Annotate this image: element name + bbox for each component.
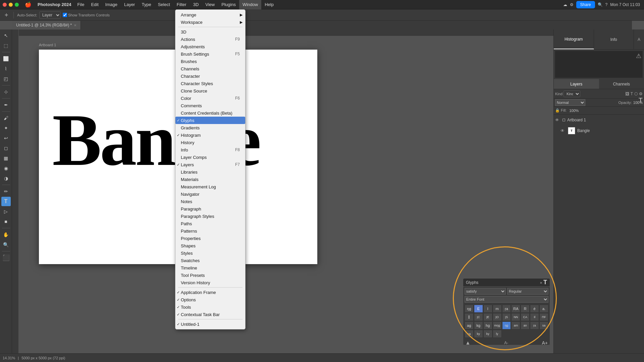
glyph-cell-28[interactable]: ky bbox=[474, 330, 483, 338]
menu-info[interactable]: Info F8 bbox=[175, 146, 245, 154]
show-transform-checkbox[interactable] bbox=[63, 13, 67, 17]
menu-brushes[interactable]: Brushes bbox=[175, 58, 245, 65]
menu-select[interactable]: Select bbox=[155, 0, 173, 9]
glyphs-show-select[interactable]: Entire Font bbox=[465, 296, 548, 303]
menu-properties[interactable]: Properties bbox=[175, 235, 245, 242]
tab-close-icon[interactable]: ✕ bbox=[74, 23, 76, 27]
glyph-cell-29[interactable]: ky bbox=[483, 330, 492, 338]
filter-icon[interactable]: 🖼 bbox=[625, 92, 629, 96]
glyphs-expand-icon[interactable]: » bbox=[540, 281, 542, 285]
shape-filter-icon[interactable]: ⬡ bbox=[634, 92, 638, 96]
menu-plugins[interactable]: Plugins bbox=[218, 0, 239, 9]
menu-clone-source[interactable]: Clone Source bbox=[175, 87, 245, 95]
histogram-tab[interactable]: Histogram bbox=[554, 29, 594, 49]
glyph-cell-20[interactable]: hg bbox=[483, 321, 492, 329]
crop-tool[interactable]: ⊹ bbox=[1, 87, 11, 97]
menu-image[interactable]: Image bbox=[102, 0, 121, 9]
hand-tool[interactable]: ✋ bbox=[1, 230, 11, 239]
menu-actions[interactable]: Actions F9 bbox=[175, 36, 245, 43]
eye-icon-artboard[interactable]: 👁 bbox=[555, 118, 560, 122]
glyph-cell-0[interactable]: ŋg bbox=[465, 305, 474, 313]
glyphs-font-select[interactable]: satisfy bbox=[465, 288, 506, 295]
type-filter-icon[interactable]: T bbox=[631, 92, 633, 96]
menu-filter[interactable]: Filter bbox=[173, 0, 190, 9]
eyedropper-tool[interactable]: ✒ bbox=[1, 100, 11, 110]
menu-file[interactable]: File bbox=[74, 0, 88, 9]
menu-shapes[interactable]: Shapes bbox=[175, 242, 245, 249]
kind-dropdown[interactable]: Kind bbox=[564, 90, 580, 97]
menu-measurement-log[interactable]: Measurement Log bbox=[175, 183, 245, 190]
menu-timeline[interactable]: Timeline bbox=[175, 264, 245, 272]
pen-tool[interactable]: ✏ bbox=[1, 187, 11, 196]
artboard-tool[interactable]: ⬚ bbox=[1, 41, 11, 50]
glyph-cell-9[interactable]: ǁ bbox=[465, 313, 474, 321]
brush-tool[interactable]: 🖌 bbox=[1, 113, 11, 123]
menu-color[interactable]: Color F6 bbox=[175, 95, 245, 102]
glyph-cell-14[interactable]: NN bbox=[511, 313, 520, 321]
menu-history[interactable]: History bbox=[175, 139, 245, 146]
move-tool[interactable]: ↖ bbox=[1, 31, 11, 40]
menu-layer-comps[interactable]: Layer Comps bbox=[175, 154, 245, 161]
menu-notes[interactable]: Notes bbox=[175, 198, 245, 205]
menu-brush-settings[interactable]: Brush Settings F5 bbox=[175, 50, 245, 58]
menu-help[interactable]: Help bbox=[261, 0, 277, 9]
help-icon[interactable]: ? bbox=[605, 2, 608, 7]
auto-select-dropdown[interactable]: Layer Group bbox=[39, 11, 61, 19]
document-tab[interactable]: Untitled-1 @ 14,3% (RGB/8#) * ✕ bbox=[12, 21, 81, 29]
gradient-tool[interactable]: ▦ bbox=[1, 154, 11, 163]
glyphs-zoom-out[interactable]: A- bbox=[504, 341, 508, 345]
dodge-tool[interactable]: ◑ bbox=[1, 174, 11, 183]
menu-content-credentials[interactable]: Content Credentials (Beta) bbox=[175, 109, 245, 117]
menu-libraries[interactable]: Libraries bbox=[175, 168, 245, 176]
menu-character-styles[interactable]: Character Styles bbox=[175, 80, 245, 87]
minimize-button[interactable] bbox=[9, 3, 13, 7]
menu-patterns[interactable]: Patterns bbox=[175, 227, 245, 235]
menu-glyphs[interactable]: ✓ Glyphs bbox=[175, 117, 245, 124]
menu-paths[interactable]: Paths bbox=[175, 220, 245, 227]
eye-icon-bangle[interactable]: 👁 bbox=[560, 128, 566, 133]
clone-stamp-tool[interactable]: ✦ bbox=[1, 123, 11, 133]
menu-channels[interactable]: Channels bbox=[175, 65, 245, 72]
glyph-cell-2[interactable]: l bbox=[483, 305, 492, 313]
marquee-tool[interactable]: ⬜ bbox=[1, 54, 11, 63]
info-tab[interactable]: Info bbox=[594, 29, 634, 49]
menu-adjustments[interactable]: Adjustments bbox=[175, 43, 245, 50]
layer-item-bangle[interactable]: 👁 T Bangle bbox=[554, 125, 644, 136]
path-select-tool[interactable]: ▷ bbox=[1, 207, 11, 216]
menu-gradients[interactable]: Gradients bbox=[175, 124, 245, 131]
channels-tab[interactable]: Channels bbox=[599, 79, 644, 89]
menu-styles[interactable]: Styles bbox=[175, 249, 245, 257]
menu-view[interactable]: View bbox=[202, 0, 218, 9]
menu-version-history[interactable]: Version History bbox=[175, 279, 245, 286]
move-tool-btn[interactable]: ✛ bbox=[3, 12, 10, 18]
fill-value[interactable]: 100% bbox=[569, 109, 579, 113]
glyph-cell-6[interactable]: R bbox=[521, 305, 530, 313]
glyph-cell-15[interactable]: CA bbox=[521, 313, 530, 321]
glyph-cell-10[interactable]: ĮC bbox=[474, 313, 483, 321]
menu-layers[interactable]: ✓ Layers F7 bbox=[175, 161, 245, 168]
glyph-cell-23[interactable]: am bbox=[511, 321, 520, 329]
glyph-cell-5[interactable]: RA bbox=[511, 305, 520, 313]
lasso-tool[interactable]: ⌇ bbox=[1, 64, 11, 73]
glyphs-style-select[interactable]: Regular bbox=[507, 288, 548, 295]
menu-tool-presets[interactable]: Tool Presets bbox=[175, 272, 245, 279]
glyph-cell-12[interactable]: ĮO bbox=[493, 313, 502, 321]
panel-options[interactable]: A bbox=[634, 29, 644, 49]
zoom-tool[interactable]: 🔍 bbox=[1, 240, 11, 249]
glyph-cell-3[interactable]: m bbox=[493, 305, 502, 313]
glyph-cell-24[interactable]: an bbox=[521, 321, 530, 329]
menu-3d[interactable]: 3D bbox=[175, 28, 245, 36]
glyph-cell-16[interactable]: Ił bbox=[530, 313, 539, 321]
menu-arrange[interactable]: Arrange ▶ bbox=[175, 11, 245, 18]
foreground-color[interactable]: ⬛ bbox=[1, 253, 11, 262]
glyph-cell-17[interactable]: ΠF bbox=[539, 313, 548, 321]
history-brush-tool[interactable]: ↩ bbox=[1, 133, 11, 143]
glyph-cell-22[interactable]: ŋg bbox=[502, 321, 511, 329]
menu-contextual-task-bar[interactable]: ✓ Contextual Task Bar bbox=[175, 311, 245, 318]
glyph-cell-7[interactable]: é bbox=[530, 305, 539, 313]
menu-tools[interactable]: ✓ Tools bbox=[175, 303, 245, 311]
menu-window[interactable]: Window bbox=[239, 0, 261, 9]
menu-edit[interactable]: Edit bbox=[88, 0, 102, 9]
menu-options[interactable]: ✓ Options bbox=[175, 296, 245, 303]
menu-layer[interactable]: Layer bbox=[121, 0, 139, 9]
